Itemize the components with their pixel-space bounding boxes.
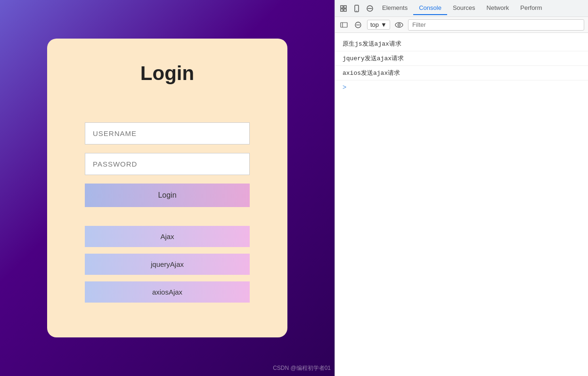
tab-performance[interactable]: Perform bbox=[514, 1, 547, 15]
watermark: CSDN @编程初学者01 bbox=[273, 364, 331, 372]
username-input[interactable] bbox=[85, 122, 250, 144]
context-label: top bbox=[370, 21, 379, 28]
axios-ajax-button[interactable]: axiosAjax bbox=[85, 281, 250, 303]
svg-rect-0 bbox=[341, 6, 343, 8]
mobile-icon[interactable] bbox=[350, 2, 363, 15]
browser-page: Login Login Ajax jqueryAjax axiosAjax CS… bbox=[0, 0, 335, 376]
tab-elements[interactable]: Elements bbox=[376, 1, 413, 15]
context-dropdown[interactable]: top ▼ bbox=[367, 20, 390, 30]
block-icon[interactable] bbox=[353, 20, 363, 30]
devtools-tab-bar: Elements Console Sources Network Perform bbox=[335, 0, 588, 17]
tab-network[interactable]: Network bbox=[481, 1, 515, 15]
svg-point-5 bbox=[356, 10, 357, 11]
inspect-icon[interactable] bbox=[337, 2, 350, 15]
svg-rect-2 bbox=[341, 9, 343, 11]
console-filter-input[interactable] bbox=[408, 19, 584, 31]
dropdown-arrow-icon: ▼ bbox=[381, 21, 387, 28]
console-toolbar: top ▼ bbox=[335, 17, 588, 33]
login-title: Login bbox=[140, 62, 194, 85]
no-entry-icon[interactable] bbox=[363, 2, 376, 15]
eye-icon[interactable] bbox=[394, 20, 404, 30]
login-card: Login Login Ajax jqueryAjax axiosAjax bbox=[47, 39, 287, 337]
svg-rect-1 bbox=[344, 6, 346, 8]
console-arrow-line[interactable]: > bbox=[335, 80, 588, 94]
arrow-icon: > bbox=[343, 83, 346, 91]
console-line-3[interactable]: axios发送ajax请求 bbox=[335, 66, 588, 80]
svg-rect-8 bbox=[341, 23, 347, 27]
svg-point-13 bbox=[398, 24, 400, 26]
jquery-ajax-button[interactable]: jqueryAjax bbox=[85, 254, 250, 275]
devtools-panel: Elements Console Sources Network Perform… bbox=[335, 0, 588, 376]
svg-rect-3 bbox=[344, 9, 346, 11]
login-button[interactable]: Login bbox=[85, 184, 250, 207]
console-output: 原生js发送ajax请求 jquery发送ajax请求 axios发送ajax请… bbox=[335, 33, 588, 376]
ajax-button[interactable]: Ajax bbox=[85, 226, 250, 247]
console-line-2[interactable]: jquery发送ajax请求 bbox=[335, 51, 588, 66]
tab-console[interactable]: Console bbox=[413, 1, 447, 15]
tab-sources[interactable]: Sources bbox=[447, 1, 481, 15]
console-line-1[interactable]: 原生js发送ajax请求 bbox=[335, 37, 588, 51]
password-input[interactable] bbox=[85, 153, 250, 175]
svg-point-12 bbox=[395, 23, 403, 27]
sidebar-toggle-icon[interactable] bbox=[339, 20, 349, 30]
